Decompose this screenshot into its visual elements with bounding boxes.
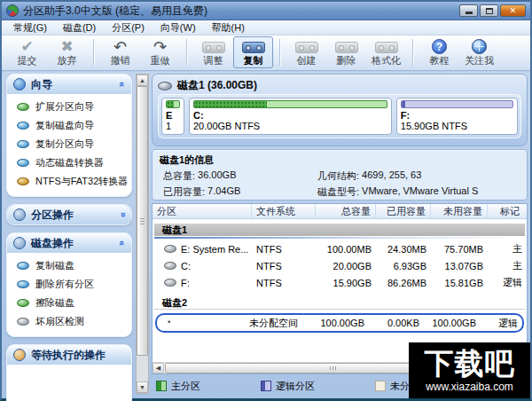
table-row-f[interactable]: F: NTFS 15.90GB 86.26MB 15.81GB 逻辑 — [153, 274, 527, 291]
format-disk-icon — [375, 42, 398, 53]
sidebar: 向导 « 扩展分区向导 复制磁盘向导 复制分区向导 — [4, 74, 134, 394]
maximize-button[interactable] — [480, 4, 498, 17]
disk-model-label: 磁盘型号: — [317, 185, 359, 199]
create-disk-icon — [295, 42, 318, 53]
header-total-capacity[interactable]: 总容量 — [316, 204, 376, 218]
wizards-section-header[interactable]: 向导 « — [7, 75, 131, 94]
pending-operations-header[interactable]: 等待执行的操作 — [7, 345, 131, 365]
menu-disk[interactable]: 磁盘(D) — [55, 20, 104, 35]
copy-button[interactable]: 复制 — [233, 36, 273, 68]
sidebar-item-dynamic-disk-converter[interactable]: 动态磁盘转换器 — [9, 153, 129, 172]
sidebar-item-wipe-disk[interactable]: 擦除磁盘 — [9, 294, 129, 312]
used-capacity-label: 已用容量: — [163, 185, 205, 199]
logical-partition-swatch — [261, 381, 271, 391]
undo-button[interactable]: ↶ 撤销 — [100, 36, 140, 68]
disk1-overview-panel: 磁盘1 (36.00GB) E 1 C: 20.00GB NTFS — [152, 74, 528, 146]
resize-disk-icon — [202, 42, 225, 53]
tutorial-button[interactable]: ? 教程 — [419, 36, 459, 68]
redo-button[interactable]: ↷ 重做 — [140, 36, 180, 68]
partition-block-c[interactable]: C: 20.00GB NTFS — [189, 98, 392, 135]
disk2-group-row[interactable]: 磁盘2 — [154, 296, 525, 310]
submit-button[interactable]: ✔ 提交 — [7, 36, 47, 68]
geometry-value: 4699, 255, 63 — [362, 169, 421, 183]
header-flag[interactable]: 标记 — [488, 204, 527, 218]
follow-me-button[interactable]: 关注我 — [459, 36, 499, 68]
gear-icon — [13, 208, 26, 221]
scroll-down-arrow-icon[interactable]: ▼ — [137, 381, 148, 393]
divider — [154, 237, 525, 239]
menu-general[interactable]: 常规(G) — [5, 20, 55, 35]
partition-block-f[interactable]: F: 15.90GB NTFS — [396, 98, 518, 135]
create-button[interactable]: 创建 — [286, 36, 326, 68]
toolbar: ✔ 提交 ✖ 放弃 ↶ 撤销 ↷ 重做 调整 复制 创建 — [2, 35, 530, 71]
sidebar-section-wizards: 向导 « 扩展分区向导 复制磁盘向导 复制分区向导 — [6, 74, 132, 197]
disk-icon — [17, 103, 29, 111]
disk-model-value: VMware, VMware Virtual S — [362, 185, 478, 199]
pending-operations-list — [7, 365, 131, 401]
menu-wizard[interactable]: 向导(W) — [153, 20, 204, 35]
sidebar-section-partition-ops: 分区操作 « — [6, 204, 132, 225]
toolbar-separator — [93, 39, 94, 66]
sidebar-item-copy-disk-wizard[interactable]: 复制磁盘向导 — [9, 116, 129, 135]
disk-icon — [17, 177, 29, 185]
copy-disk-icon — [242, 42, 265, 53]
disk1-group-row[interactable]: 磁盘1 — [154, 224, 525, 236]
resize-button[interactable]: 调整 — [193, 36, 233, 68]
titlebar[interactable]: 分区助手3.0中文版 (稳定、易用且免费) ✕ — [2, 2, 530, 20]
table-row-unallocated-selected[interactable]: * 未分配空间 100.00GB 0.00KB 100.00GB 逻辑 — [155, 313, 524, 333]
section-title: 等待执行的操作 — [31, 348, 106, 363]
chevron-up-icon: « — [117, 82, 128, 87]
window-controls: ✕ — [459, 4, 526, 17]
format-button[interactable]: 格式化 — [366, 36, 406, 68]
header-unused-capacity[interactable]: 未用容量 — [431, 204, 488, 218]
table-row-c[interactable]: C: NTFS 20.00GB 6.93GB 13.07GB 主 — [153, 257, 527, 274]
delete-disk-icon — [335, 42, 358, 53]
partition-block-e[interactable]: E 1 — [161, 98, 184, 135]
globe-icon — [472, 39, 487, 54]
scrollbar-thumb[interactable] — [137, 86, 148, 356]
sidebar-item-ntfs-fat32-converter[interactable]: NTFS与FAT32转换器 — [9, 172, 129, 191]
unallocated-space-swatch — [375, 381, 386, 391]
header-used-capacity[interactable]: 已用容量 — [376, 204, 431, 218]
menu-help[interactable]: 帮助(H) — [204, 20, 253, 35]
chevron-up-icon: « — [117, 240, 128, 246]
menu-partition[interactable]: 分区(P) — [104, 20, 153, 35]
minimize-button[interactable] — [459, 4, 478, 17]
disk-ops-section-header[interactable]: 磁盘操作 « — [7, 233, 131, 253]
legend-logical-partition: 逻辑分区 — [261, 380, 315, 393]
watermark-title: 下载吧 — [425, 348, 515, 380]
header-filesystem[interactable]: 文件系统 — [252, 204, 316, 218]
disk-icon — [17, 140, 29, 148]
maximize-icon — [486, 8, 493, 14]
used-capacity-value: 7.04GB — [207, 185, 240, 199]
sidebar-item-extend-partition-wizard[interactable]: 扩展分区向导 — [9, 98, 129, 116]
check-icon: ✔ — [20, 39, 33, 55]
sidebar-item-bad-sector-check[interactable]: 坏扇区检测 — [9, 312, 129, 331]
section-title: 向导 — [31, 77, 52, 92]
sidebar-section-disk-ops: 磁盘操作 « 复制磁盘 删除所有分区 擦除磁盘 — [6, 232, 132, 337]
menu-bar: 常规(G) 磁盘(D) 分区(P) 向导(W) 帮助(H) — [2, 20, 530, 35]
toolbar-separator — [279, 39, 280, 66]
sidebar-item-copy-disk[interactable]: 复制磁盘 — [9, 256, 129, 275]
table-row-e[interactable]: E: System Re... NTFS 100.00MB 24.30MB 75… — [153, 240, 527, 257]
primary-partition-swatch — [156, 381, 167, 391]
discard-button[interactable]: ✖ 放弃 — [47, 36, 87, 68]
close-button[interactable]: ✕ — [500, 4, 526, 17]
sidebar-item-delete-all-partitions[interactable]: 删除所有分区 — [9, 275, 129, 294]
scroll-left-arrow-icon[interactable]: ◀ — [153, 363, 164, 373]
scroll-up-arrow-icon[interactable]: ▲ — [137, 75, 148, 86]
legend-primary-partition: 主分区 — [156, 380, 200, 393]
disk-icon — [164, 245, 176, 253]
partition-ops-section-header[interactable]: 分区操作 « — [7, 205, 131, 224]
disk-icon — [17, 280, 29, 288]
chevron-down-icon: « — [117, 212, 128, 217]
toolbar-separator — [186, 39, 187, 66]
sidebar-item-copy-partition-wizard[interactable]: 复制分区向导 — [9, 135, 129, 153]
header-partition[interactable]: 分区 — [153, 204, 252, 218]
question-icon: ? — [432, 39, 447, 54]
delete-button[interactable]: 删除 — [326, 36, 366, 68]
sidebar-scrollbar[interactable]: ▲ ▼ — [136, 74, 149, 394]
app-window: 分区助手3.0中文版 (稳定、易用且免费) ✕ 常规(G) 磁盘(D) 分区(P… — [0, 0, 532, 401]
disk1-info-title: 磁盘1的信息 — [160, 153, 520, 167]
watermark-url: www.xiazaiba.com — [426, 380, 513, 394]
